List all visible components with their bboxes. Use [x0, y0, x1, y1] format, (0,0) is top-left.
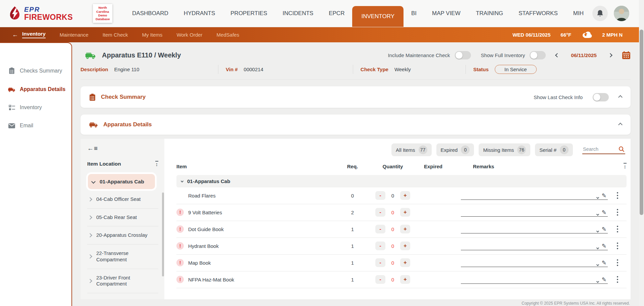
- expand-all-icon[interactable]: ↕: [155, 161, 159, 167]
- status-label: Status: [473, 67, 489, 72]
- nav-map-view[interactable]: MAP VIEW: [424, 0, 468, 27]
- group-row-apparatus-cab[interactable]: 01-Apparatus Cab: [176, 175, 627, 187]
- edit-icon[interactable]: ✎: [602, 260, 606, 266]
- search-input[interactable]: [583, 146, 619, 152]
- filter-expired[interactable]: Expired 0: [436, 143, 474, 156]
- item-name: Road Flares: [188, 193, 216, 199]
- collapse-apparatus-details-icon[interactable]: [618, 123, 623, 127]
- req-value: 0: [341, 193, 364, 199]
- edit-icon[interactable]: ✎: [602, 226, 606, 232]
- nav-properties[interactable]: PROPERTIES: [223, 0, 275, 27]
- calendar-icon[interactable]: [622, 51, 631, 59]
- subnav-item-check[interactable]: Item Check: [103, 32, 128, 38]
- increment-button[interactable]: +: [400, 191, 410, 200]
- edit-icon[interactable]: ✎: [602, 243, 606, 249]
- kebab-menu-icon[interactable]: [615, 191, 620, 201]
- kebab-menu-icon[interactable]: [615, 275, 620, 285]
- tree-scrollbar[interactable]: [162, 192, 164, 276]
- previous-day-button[interactable]: [555, 53, 559, 57]
- decrement-button[interactable]: -: [375, 258, 385, 267]
- chevron-down-icon[interactable]: [596, 247, 599, 249]
- remarks-input[interactable]: ✎: [461, 242, 608, 250]
- status-badge[interactable]: In Service: [495, 65, 537, 74]
- full-inventory-toggle-label: Show Full Inventory: [481, 52, 525, 58]
- edit-icon[interactable]: ✎: [602, 193, 606, 199]
- sidebar-item-apparatus-details[interactable]: Apparatus Details: [8, 86, 71, 92]
- sidebar-item-email[interactable]: Email: [8, 123, 71, 129]
- chevron-down-icon[interactable]: [596, 280, 599, 283]
- subnav-maintenance[interactable]: Maintenance: [60, 32, 89, 38]
- increment-button[interactable]: +: [400, 258, 410, 267]
- sidebar-item-checks-summary[interactable]: Checks Summary: [8, 67, 71, 74]
- decrement-button[interactable]: -: [375, 191, 385, 200]
- nav-inventory[interactable]: INVENTORY: [352, 6, 404, 27]
- tree-item-driver-front-compartment[interactable]: 23-Driver Front Compartment: [87, 269, 158, 294]
- increment-button[interactable]: +: [400, 242, 410, 250]
- edit-icon[interactable]: ✎: [602, 210, 606, 215]
- chevron-down-icon[interactable]: [596, 213, 599, 216]
- subnav-work-order[interactable]: Work Order: [176, 32, 202, 38]
- database-badge: North Carolina Demo Database: [93, 4, 112, 23]
- chevron-down-icon[interactable]: [596, 196, 599, 199]
- search-icon[interactable]: [619, 146, 625, 152]
- expand-rows-icon[interactable]: ↕: [624, 163, 627, 169]
- tree-item-apparatus-crosslay[interactable]: 20-Apparatus Crosslay: [87, 226, 158, 245]
- increment-button[interactable]: +: [400, 275, 410, 284]
- remarks-input[interactable]: ✎: [461, 225, 608, 233]
- nav-hydrants[interactable]: HYDRANTS: [176, 0, 223, 27]
- nav-staffworks[interactable]: STAFFWORKS: [511, 0, 566, 27]
- chevron-down-icon[interactable]: [596, 230, 599, 232]
- kebab-menu-icon[interactable]: [615, 258, 620, 268]
- next-day-button[interactable]: [608, 53, 612, 57]
- inventory-sub-navigation: ← Inventory Maintenance Item Check My It…: [0, 27, 644, 42]
- show-last-check-toggle[interactable]: [593, 93, 609, 101]
- sidebar-item-inventory[interactable]: Inventory: [8, 104, 71, 111]
- remarks-input[interactable]: ✎: [461, 208, 608, 217]
- remarks-input[interactable]: ✎: [461, 258, 608, 267]
- nav-incidents[interactable]: INCIDENTS: [275, 0, 321, 27]
- filter-all-items[interactable]: All Items 77: [391, 143, 432, 156]
- selected-date[interactable]: 06/11/2025: [571, 52, 597, 58]
- decrement-button[interactable]: -: [375, 275, 385, 284]
- decrement-button[interactable]: -: [375, 225, 385, 233]
- kebab-menu-icon[interactable]: [615, 241, 620, 251]
- back-to-inventory[interactable]: ← Inventory: [12, 31, 46, 38]
- subnav-my-items[interactable]: My Items: [142, 32, 163, 38]
- collapse-panel-icon[interactable]: ←≡: [87, 145, 98, 152]
- kebab-menu-icon[interactable]: [615, 224, 620, 234]
- decrement-button[interactable]: -: [375, 242, 385, 250]
- app-logo[interactable]: EPR FIREWORKS: [9, 0, 83, 27]
- window-scrollbar[interactable]: [639, 0, 644, 306]
- increment-button[interactable]: +: [400, 208, 410, 217]
- user-avatar[interactable]: [614, 6, 629, 21]
- subnav-medsafes[interactable]: MedSafes: [217, 32, 239, 38]
- filter-missing-items[interactable]: Missing Items 76: [479, 143, 530, 156]
- include-maintenance-toggle[interactable]: [455, 51, 471, 59]
- firetruck-icon: [8, 87, 15, 92]
- tree-item-cab-officer-seat[interactable]: 04-Cab Officer Seat: [87, 190, 158, 209]
- decrement-button[interactable]: -: [375, 208, 385, 217]
- collapse-check-summary-icon[interactable]: [618, 95, 623, 99]
- item-name: Hydrant Book: [188, 243, 219, 249]
- kebab-menu-icon[interactable]: [615, 208, 620, 217]
- nav-mih[interactable]: MIH: [566, 0, 591, 27]
- notifications-button[interactable]: [592, 6, 608, 21]
- nav-bi[interactable]: BI: [404, 0, 424, 27]
- nav-epcr[interactable]: EPCR: [321, 0, 352, 27]
- check-summary-title[interactable]: Check Summary: [101, 94, 146, 100]
- apparatus-details-title[interactable]: Apparatus Details: [103, 121, 152, 128]
- nav-dashboard[interactable]: DASHBOARD: [124, 0, 176, 27]
- remarks-input[interactable]: ✎: [461, 275, 608, 284]
- increment-button[interactable]: +: [400, 225, 410, 233]
- remarks-input[interactable]: ✎: [461, 191, 608, 200]
- edit-icon[interactable]: ✎: [602, 277, 606, 282]
- tree-item-apparatus-cab[interactable]: 01-Apparatus Cab: [88, 174, 155, 189]
- tree-item-cab-rear-seat[interactable]: 05-Cab Rear Seat: [87, 209, 158, 227]
- show-full-inventory-toggle[interactable]: [530, 51, 546, 59]
- scrollbar-thumb[interactable]: [640, 30, 643, 215]
- nav-training[interactable]: TRAINING: [468, 0, 511, 27]
- chevron-down-icon[interactable]: [596, 263, 599, 266]
- tree-item-driver-rear[interactable]: 32-Driver Rear: [87, 293, 158, 299]
- tree-item-transverse-compartment[interactable]: 22-Transverse Compartment: [87, 245, 158, 269]
- filter-serial[interactable]: Serial # 0: [535, 143, 573, 156]
